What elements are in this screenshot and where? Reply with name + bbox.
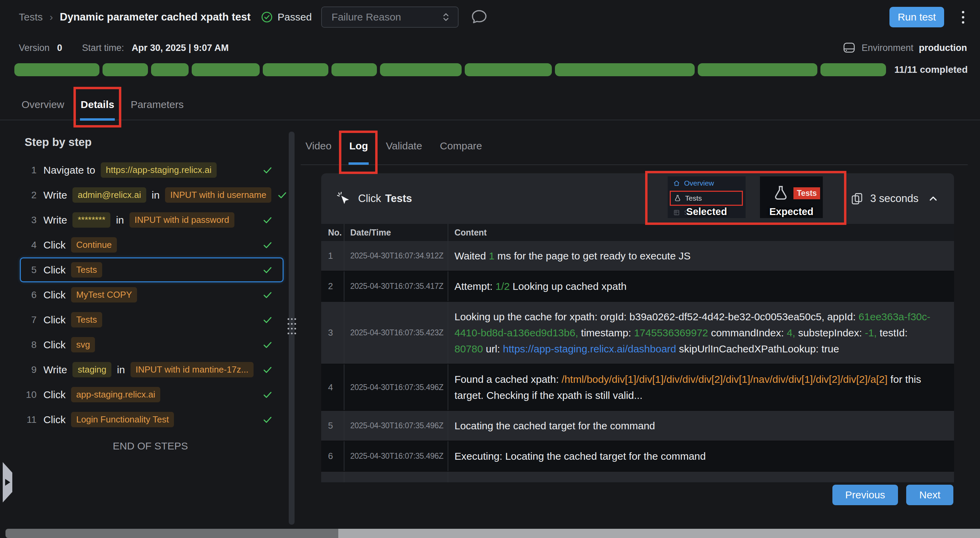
copy-icon[interactable] [851, 192, 864, 205]
log-row-number: 3 [321, 302, 344, 364]
log-row: 72025-04-30T16:07:35.753ZFound the objec… [321, 472, 954, 482]
expected-thumbnail[interactable]: Tests Expected [760, 177, 823, 218]
tab-overview[interactable]: Overview [20, 89, 65, 119]
pagination: Previous Next [832, 485, 953, 505]
log-row: 32025-04-30T16:07:35.423ZLooking up the … [321, 302, 954, 365]
select-chevrons-icon [441, 11, 451, 23]
step-row[interactable]: 11ClickLogin Functionality Test [20, 407, 283, 432]
kebab-menu-icon[interactable] [960, 9, 966, 25]
step-number: 4 [22, 240, 37, 250]
run-test-button[interactable]: Run test [889, 7, 944, 27]
log-url-link[interactable]: https://app-staging.relicx.ai/dashboard [503, 343, 676, 355]
log-text: Looking up the cache for xpath: orgId: b… [455, 311, 859, 322]
log-row: 62025-04-30T16:07:35.496ZExecuting: Loca… [321, 441, 954, 472]
check-icon [262, 389, 273, 400]
progress-completed-label: 11/11 completed [894, 64, 968, 75]
progress-segment [102, 63, 148, 76]
version-label: Version [19, 43, 49, 53]
step-row[interactable]: 1Navigate tohttps://app-staging.relicx.a… [20, 158, 283, 183]
step-number: 5 [22, 264, 37, 275]
step-value-chip: ******** [72, 212, 110, 228]
horizontal-scrollbar-track[interactable] [5, 529, 338, 538]
log-row-content: Looking up the cache for xpath: orgId: b… [448, 302, 954, 364]
step-text: in [116, 214, 124, 226]
progress-segment [14, 63, 99, 76]
step-row[interactable]: 4ClickContinue [20, 232, 283, 257]
panel-splitter-scrollbar[interactable] [289, 132, 294, 525]
step-row[interactable]: 3Write********inINPUT with id password [20, 207, 283, 232]
step-text: Click [43, 314, 65, 326]
tab-compare[interactable]: Compare [438, 127, 483, 164]
check-icon [262, 165, 273, 176]
tab-parameters[interactable]: Parameters [129, 89, 185, 119]
tab-log[interactable]: Log [348, 127, 369, 164]
page-title: Dynamic parameter cached xpath test [60, 11, 250, 23]
status-text: Passed [277, 11, 312, 23]
breadcrumb-separator: › [49, 11, 53, 23]
step-target-chip: Continue [71, 237, 117, 253]
next-button[interactable]: Next [906, 485, 953, 505]
step-row[interactable]: 8Clicksvg [20, 332, 283, 357]
selected-thumbnail-label: Selected [668, 206, 746, 217]
step-row[interactable]: 9WritestaginginINPUT with id mantine-17z… [20, 357, 283, 382]
log-row-number: 7 [321, 472, 344, 482]
log-row-timestamp: 2025-04-30T16:07:35.496Z [344, 365, 448, 410]
start-time-value: Apr 30, 2025 | 9:07 AM [132, 43, 229, 53]
breadcrumb-tests[interactable]: Tests [19, 11, 43, 23]
log-row-content: Waited 1 ms for the page to get ready to… [448, 241, 954, 271]
check-icon [262, 414, 273, 425]
failure-reason-select[interactable]: Failure Reason [321, 6, 458, 28]
meta-row: Version 0 Start time: Apr 30, 2025 | 9:0… [0, 38, 980, 57]
check-icon [277, 190, 288, 201]
check-circle-icon [261, 11, 273, 23]
collapse-chevron-up-icon[interactable] [928, 193, 939, 204]
horizontal-scrollbar-thumb[interactable] [338, 529, 980, 538]
log-text: url: [483, 343, 503, 355]
check-icon [262, 365, 273, 375]
progress-segment [555, 63, 695, 76]
comment-bubble-icon[interactable] [469, 9, 488, 25]
step-text: Write [43, 364, 67, 376]
step-target-chip: Login Functionality Test [71, 412, 174, 427]
step-text: Click [43, 389, 65, 401]
step-row[interactable]: 2Writeadmin@relicx.aiinINPUT with id use… [20, 183, 283, 207]
log-table-body: 12025-04-30T16:07:34.912ZWaited 1 ms for… [321, 241, 954, 482]
log-text: Found the object for xpath: [455, 481, 579, 482]
annotation-box-log [339, 131, 377, 174]
step-text: Click [43, 289, 65, 301]
step-row[interactable]: 6ClickMyTest COPY [20, 282, 283, 307]
log-row-number: 4 [321, 365, 344, 410]
log-row-timestamp: 2025-04-30T16:07:35.753Z [344, 472, 448, 482]
step-text: Click [43, 239, 65, 251]
progress-row: 11/11 completed [14, 63, 968, 76]
log-row-number: 5 [321, 411, 344, 441]
tab-details[interactable]: Details [79, 89, 116, 119]
log-text: /html/body/div[1]/div[1]/div/div/div[2]/… [562, 374, 888, 385]
step-number: 9 [22, 365, 37, 375]
step-text: Navigate to [43, 164, 95, 176]
log-text: Waited [455, 250, 489, 261]
step-panel: Step by step 1Navigate tohttps://app-sta… [14, 132, 287, 525]
environment-icon [842, 41, 856, 55]
log-text: ms for the page to get ready to execute … [495, 250, 690, 261]
selected-thumbnail[interactable]: Overview Tests Suites Selected [668, 177, 746, 218]
tab-validate[interactable]: Validate [384, 127, 423, 164]
check-icon [262, 290, 273, 301]
drag-handle-icon[interactable] [287, 318, 296, 334]
expected-thumbnail-label: Expected [760, 206, 823, 217]
log-row: 42025-04-30T16:07:35.496ZFound a cached … [321, 365, 954, 411]
log-row-timestamp: 2025-04-30T16:07:35.417Z [344, 271, 448, 301]
step-row[interactable]: 7ClickTests [20, 307, 283, 332]
step-row[interactable]: 10Clickapp-staging.relicx.ai [20, 382, 283, 407]
log-text: Locating the cached target for the comma… [455, 420, 655, 431]
step-row[interactable]: 5ClickTests [20, 257, 283, 282]
column-no: No. [321, 224, 344, 241]
sidebar-expand-arrow[interactable] [3, 462, 12, 503]
tab-video[interactable]: Video [304, 127, 333, 164]
progress-segment [151, 63, 189, 76]
previous-button[interactable]: Previous [832, 485, 898, 505]
log-tab-bar: Video Log Validate Compare [301, 127, 968, 165]
log-text: timestamp: [578, 327, 634, 338]
log-row-content: Found the object for xpath: /html/body/d… [448, 472, 954, 482]
log-text: -1, [865, 327, 877, 338]
